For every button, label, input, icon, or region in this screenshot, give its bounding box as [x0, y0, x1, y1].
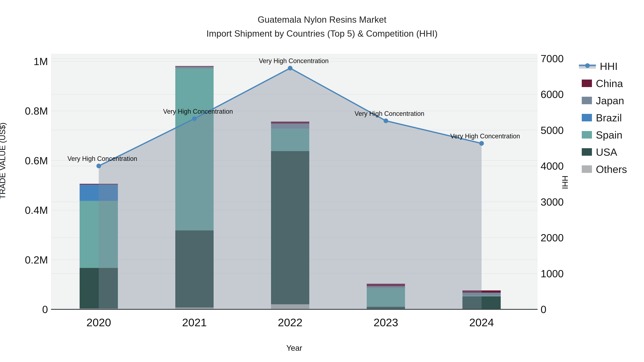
bar-segment-japan-2021[interactable]	[175, 66, 214, 68]
x-axis-title: Year	[51, 344, 538, 353]
legend-label: Others	[596, 163, 627, 175]
legend-label: HHI	[600, 60, 618, 72]
legend-label: China	[596, 77, 623, 89]
hhi-marker-2022[interactable]	[288, 66, 292, 70]
hhi-marker-2024[interactable]	[479, 141, 484, 146]
x-axis-line	[51, 309, 538, 310]
china-swatch-icon	[582, 79, 592, 87]
spain-swatch-icon	[582, 131, 592, 139]
hhi-marker-2023[interactable]	[384, 118, 388, 123]
legend-item-china[interactable]: China	[579, 75, 627, 92]
usa-swatch-icon	[582, 148, 592, 156]
chart-title: Guatemala Nylon Resins Market Import Shi…	[0, 13, 644, 40]
legend-item-spain[interactable]: Spain	[579, 126, 627, 143]
legend-label: Spain	[596, 129, 622, 141]
chart-canvas	[0, 0, 644, 362]
others-swatch-icon	[582, 165, 592, 173]
hhi-line-sample-icon	[579, 62, 596, 70]
japan-swatch-icon	[582, 97, 592, 104]
legend-label: USA	[596, 146, 617, 158]
hhi-marker-2020[interactable]	[96, 164, 101, 168]
bar-segment-china-2021[interactable]	[175, 66, 214, 66]
legend: HHI China Japan Brazil Spain USA Others	[579, 57, 627, 178]
legend-item-others[interactable]: Others	[579, 161, 627, 178]
chart-title-line1: Guatemala Nylon Resins Market	[0, 13, 644, 27]
right-axis-title: HHI	[560, 176, 570, 189]
legend-item-brazil[interactable]: Brazil	[579, 109, 627, 126]
chart-title-line2: Import Shipment by Countries (Top 5) & C…	[0, 27, 644, 41]
legend-item-hhi[interactable]: HHI	[579, 57, 627, 75]
brazil-swatch-icon	[582, 114, 592, 121]
hhi-marker-2021[interactable]	[192, 116, 197, 121]
left-axis-title: TRADE VALUE (US$)	[0, 122, 7, 199]
legend-item-japan[interactable]: Japan	[579, 92, 627, 109]
legend-item-usa[interactable]: USA	[579, 143, 627, 161]
legend-label: Japan	[596, 95, 624, 106]
legend-label: Brazil	[596, 112, 622, 124]
